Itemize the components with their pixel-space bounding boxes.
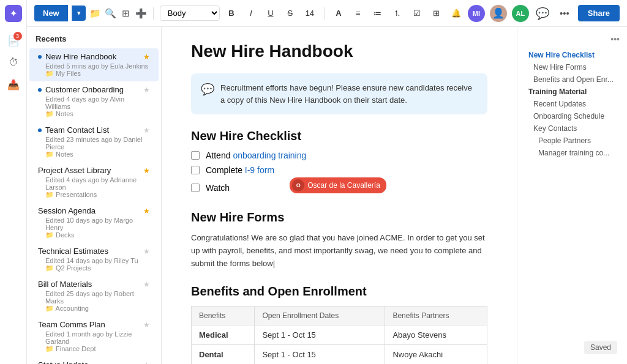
sidebar-item-0[interactable]: New Hire Handbook★Edited 5 mins ago by E… xyxy=(29,48,159,81)
checkbox-1[interactable] xyxy=(191,151,200,160)
star-icon-2[interactable]: ★ xyxy=(143,126,150,135)
checklist-button[interactable]: ☑ xyxy=(409,6,425,21)
sidebar-item-1[interactable]: Customer Onboarding★Edited 4 days ago by… xyxy=(29,81,159,122)
benefits-table: Benefits Open Enrollment Dates Benefits … xyxy=(191,306,487,364)
star-icon-6[interactable]: ★ xyxy=(143,280,150,289)
nav-search[interactable]: ⏱ xyxy=(4,53,23,72)
saved-badge: Saved xyxy=(584,341,617,354)
forms-text: Congratulations! We are so glad that you… xyxy=(191,232,487,270)
sidebar-item-6[interactable]: Bill of Materials★Edited 25 days ago by … xyxy=(29,276,159,316)
sidebar-item-8[interactable]: Status Update★ xyxy=(29,357,159,364)
checkbox-2[interactable] xyxy=(191,166,200,174)
sidebar-item-7[interactable]: Team Comms Plan★Edited 1 month ago by Li… xyxy=(29,316,159,357)
sidebar-item-title-7: Team Comms Plan xyxy=(38,320,105,329)
item-dot-1 xyxy=(38,88,42,92)
star-icon-3[interactable]: ★ xyxy=(143,166,150,175)
outline-panel: ••• New Hire ChecklistNew Hire FormsBene… xyxy=(517,27,627,364)
sidebar-item-title-4: Session Agenda xyxy=(38,206,96,215)
app-logo[interactable]: ✦ xyxy=(5,5,22,22)
sidebar-item-folder-3: 📁 Presentations xyxy=(38,191,150,199)
underline-button[interactable]: U xyxy=(263,6,279,21)
outline-item-5[interactable]: Onboarding Schedule xyxy=(525,110,620,122)
star-icon-4[interactable]: ★ xyxy=(143,207,150,215)
star-icon-0[interactable]: ★ xyxy=(143,53,150,61)
outline-item-0[interactable]: New Hire Checklist xyxy=(525,49,620,61)
onboarding-link[interactable]: onboarding training xyxy=(233,150,306,160)
star-icon-7[interactable]: ★ xyxy=(143,321,150,329)
align-button[interactable]: ≡ xyxy=(350,6,366,21)
sidebar-item-folder-0: 📁 My Files xyxy=(38,70,150,78)
mention-button[interactable]: 🔔 xyxy=(448,6,464,21)
sidebar-item-title-2: Team Contact List xyxy=(45,125,109,135)
inbox-icon: 📥 xyxy=(7,79,20,91)
bullet-list-button[interactable]: ≔ xyxy=(370,6,386,21)
sidebar-item-meta-7: Edited 1 month ago by Lizzie Garland xyxy=(38,330,150,345)
new-dropdown-button[interactable]: ▾ xyxy=(72,6,86,21)
sidebar-item-folder-7: 📁 Finance Dept xyxy=(38,345,150,353)
table-button[interactable]: ⊞ xyxy=(429,6,445,21)
checklist-item-3: Watch O Oscar de la Cavallería xyxy=(191,180,487,196)
benefits-table-wrapper: Benefits Open Enrollment Dates Benefits … xyxy=(191,306,487,364)
strikethrough-button[interactable]: S xyxy=(282,6,298,21)
sidebar-item-title-3: Project Asset Library xyxy=(38,166,111,175)
avatar-al[interactable]: AL xyxy=(512,5,529,22)
new-button[interactable]: New xyxy=(34,5,68,21)
sidebar-item-meta-5: Edited 14 days ago by Riley Tu xyxy=(38,257,150,264)
bold-button[interactable]: B xyxy=(223,6,239,21)
format-toolbar: Body Heading 1 Heading 2 B I U S 14 A ≡ … xyxy=(160,6,464,21)
table-cell-1-2: Nwoye Akachi xyxy=(385,345,487,364)
star-icon-1[interactable]: ★ xyxy=(143,86,150,94)
outline-item-3[interactable]: Training Material xyxy=(525,86,620,98)
star-icon-5[interactable]: ★ xyxy=(143,247,150,256)
sidebar: Recents New Hire Handbook★Edited 5 mins … xyxy=(27,27,162,364)
table-cell-1-0: Dental xyxy=(192,345,255,364)
avatar-photo[interactable]: 👤 xyxy=(490,5,507,22)
grid-icon[interactable]: ⊞ xyxy=(120,5,132,22)
add-icon[interactable]: ➕ xyxy=(135,5,147,22)
nav-inbox[interactable]: 📥 xyxy=(4,75,23,94)
toolbar-right: MI 👤 AL 💬 ••• Share xyxy=(468,5,620,22)
outline-item-8[interactable]: Manager training co... xyxy=(525,147,620,159)
avatar-mi[interactable]: MI xyxy=(468,5,485,22)
outline-item-1[interactable]: New Hire Forms xyxy=(525,61,620,73)
divider xyxy=(153,7,154,20)
italic-button[interactable]: I xyxy=(243,6,259,21)
font-color-button[interactable]: A xyxy=(331,6,347,21)
sidebar-item-title-5: Technical Estimates xyxy=(38,247,108,256)
sidebar-item-meta-4: Edited 10 days ago by Margo Henry xyxy=(38,217,150,231)
icon-bar: ✦ 📄 3 ⏱ 📥 xyxy=(0,0,27,364)
checklist-heading: New Hire Checklist xyxy=(191,129,487,143)
outline-item-6[interactable]: Key Contacts xyxy=(525,122,620,135)
col-dates: Open Enrollment Dates xyxy=(255,306,385,325)
item-dot-0 xyxy=(38,55,42,59)
star-icon-8[interactable]: ★ xyxy=(143,361,150,365)
outline-item-2[interactable]: Benefits and Open Enr... xyxy=(525,73,620,86)
comment-icon[interactable]: 💬 xyxy=(534,5,551,22)
mention-oscar[interactable]: O Oscar de la Cavallería xyxy=(290,177,386,193)
search-icon[interactable]: 🔍 xyxy=(105,5,116,22)
format-style-select[interactable]: Body Heading 1 Heading 2 xyxy=(160,6,220,21)
outline-more-icon[interactable]: ••• xyxy=(525,34,620,44)
i9-link[interactable]: I-9 form xyxy=(245,165,274,175)
sidebar-item-4[interactable]: Session Agenda★Edited 10 days ago by Mar… xyxy=(29,202,159,243)
font-size-display: 14 xyxy=(302,6,318,21)
oscar-name: Oscar de la Cavallería xyxy=(307,181,380,190)
more-options-icon[interactable]: ••• xyxy=(556,5,573,22)
nav-docs[interactable]: 📄 3 xyxy=(4,31,23,50)
alert-icon: 💬 xyxy=(201,83,214,96)
sidebar-item-3[interactable]: Project Asset Library★Edited 4 days ago … xyxy=(29,162,159,202)
search-icon: ⏱ xyxy=(9,57,18,68)
document-content: New Hire Handbook 💬 Recruitment efforts … xyxy=(162,27,517,364)
sidebar-item-folder-5: 📁 Q2 Projects xyxy=(38,264,150,272)
outline-item-4[interactable]: Recent Updates xyxy=(525,98,620,110)
folder-icon[interactable]: 📁 xyxy=(89,5,101,22)
share-button[interactable]: Share xyxy=(578,5,620,21)
outline-item-7[interactable]: People Partners xyxy=(525,135,620,147)
sidebar-item-2[interactable]: Team Contact List★Edited 23 minutes ago … xyxy=(29,122,159,162)
numbered-list-button[interactable]: ⒈ xyxy=(389,6,405,21)
sidebar-item-5[interactable]: Technical Estimates★Edited 14 days ago b… xyxy=(29,243,159,276)
top-toolbar: New ▾ 📁 🔍 ⊞ ➕ Body Heading 1 Heading 2 B… xyxy=(27,0,627,27)
checklist-item-2: Complete I-9 form xyxy=(191,165,487,175)
checklist: Attend onboarding training Complete I-9 … xyxy=(191,150,487,196)
checkbox-3[interactable] xyxy=(191,184,200,192)
